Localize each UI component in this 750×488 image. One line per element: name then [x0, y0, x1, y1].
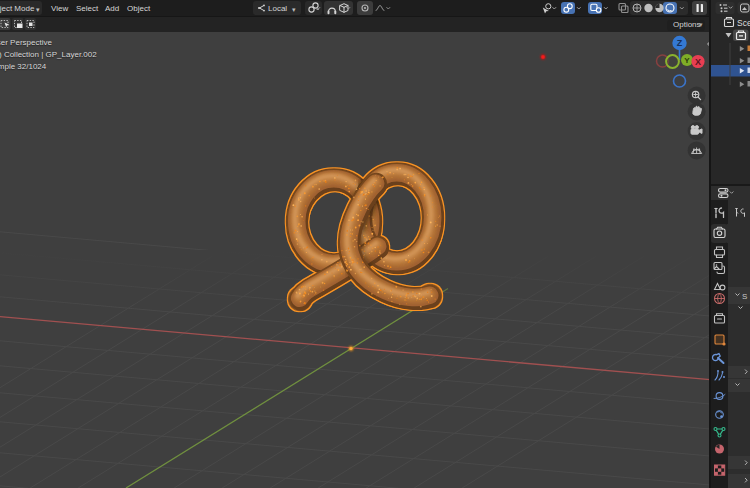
svg-text:Y: Y — [684, 56, 690, 65]
svg-text:S: S — [742, 292, 747, 301]
svg-text:Z: Z — [677, 38, 683, 48]
svg-text:X: X — [695, 57, 701, 67]
